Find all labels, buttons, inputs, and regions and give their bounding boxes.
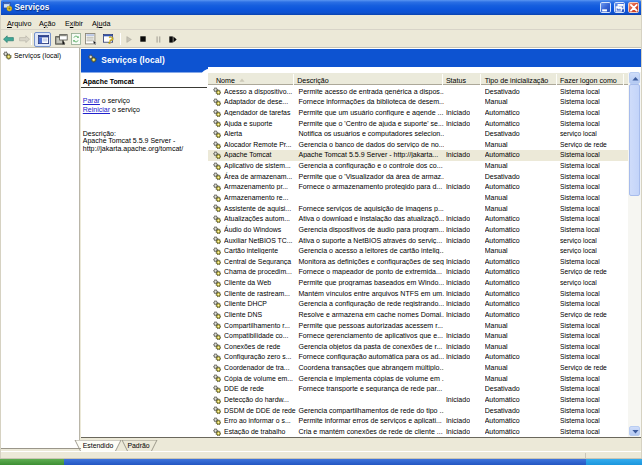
svg-text:Padrão: Padrão (127, 442, 149, 449)
svg-text:Estendido: Estendido (83, 442, 114, 449)
